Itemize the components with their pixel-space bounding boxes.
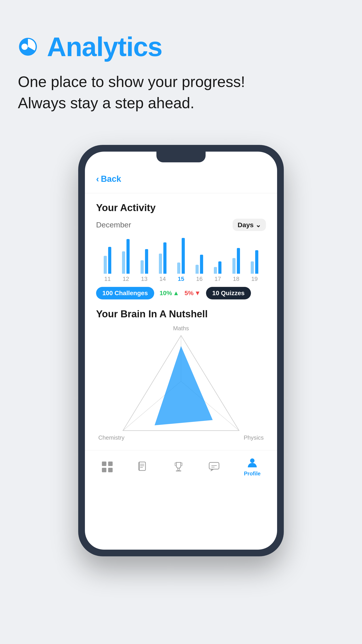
arrow-up-icon: ▲ [173, 290, 179, 297]
bar-light-12 [122, 251, 125, 274]
bar-label-15: 15 [178, 276, 184, 282]
bar-group-14: 14 [159, 238, 166, 282]
bar-light-16 [196, 265, 199, 274]
bar-label-17: 17 [215, 276, 221, 282]
bar-dark-13 [145, 249, 148, 274]
title-row: Analytics [18, 31, 344, 62]
brain-section: Your Brain In A Nutshell [96, 308, 266, 441]
page-subtitle: One place to show your progress! Always … [18, 71, 344, 114]
activity-header: December Days ⌄ [96, 219, 266, 231]
chevron-down-icon: ⌄ [255, 221, 261, 229]
arrow-down-icon: ▼ [194, 290, 201, 297]
profile-nav-label: Profile [244, 470, 261, 477]
bar-light-18 [232, 258, 236, 274]
nav-item-trophy[interactable] [173, 461, 184, 473]
activity-bar-chart: 11 12 [96, 238, 266, 282]
chart-labels: Maths Chemistry Physics [96, 325, 266, 441]
bar-label-16: 16 [196, 276, 203, 282]
svg-rect-11 [139, 462, 145, 470]
phone-mockup: ‹ Back Your Activity December Days ⌄ [0, 145, 362, 579]
brain-section-title: Your Brain In A Nutshell [96, 308, 266, 320]
svg-rect-8 [108, 462, 113, 466]
bar-group-16: 16 [196, 238, 203, 282]
phone-frame: ‹ Back Your Activity December Days ⌄ [78, 145, 284, 556]
bar-label-18: 18 [233, 276, 239, 282]
svg-rect-17 [176, 470, 181, 471]
svg-point-1 [21, 44, 28, 50]
bar-group-19: 19 [251, 238, 258, 282]
bar-group-17: 17 [214, 238, 221, 282]
svg-rect-7 [102, 462, 106, 466]
chat-icon [208, 461, 220, 473]
bar-dark-18 [237, 248, 240, 274]
stats-row: 100 Challenges 10% ▲ 5% ▼ 10 Quizzes [96, 287, 266, 300]
bar-group-12: 12 [122, 238, 130, 282]
svg-rect-15 [139, 462, 140, 470]
period-selector[interactable]: Days ⌄ [233, 219, 266, 231]
month-label: December [96, 220, 131, 229]
bar-dark-19 [255, 250, 258, 274]
activity-section-title: Your Activity [96, 202, 266, 213]
bar-light-17 [214, 267, 217, 274]
bar-light-19 [251, 262, 254, 274]
bar-label-12: 12 [123, 276, 129, 282]
svg-rect-9 [102, 468, 106, 472]
bar-light-14 [159, 254, 162, 274]
phone-notch [156, 152, 206, 162]
nav-item-chat[interactable] [208, 461, 220, 473]
book-icon [137, 461, 149, 473]
change-down-stat: 5% ▼ [185, 290, 201, 297]
bar-light-15 [177, 262, 180, 274]
challenges-badge: 100 Challenges [96, 287, 154, 300]
bar-dark-17 [218, 262, 221, 274]
bar-dark-11 [108, 247, 111, 274]
bar-group-15: 15 [177, 238, 185, 282]
bar-group-13: 13 [141, 238, 148, 282]
bar-dark-14 [163, 242, 166, 274]
bar-group-18: 18 [232, 238, 240, 282]
nav-item-profile[interactable]: Profile [244, 457, 261, 477]
label-maths: Maths [173, 325, 189, 332]
bar-dark-15 [182, 238, 185, 274]
label-chemistry: Chemistry [98, 434, 124, 441]
svg-point-21 [250, 458, 255, 463]
divider [85, 193, 277, 193]
grid-icon [101, 461, 113, 473]
header-section: Analytics One place to show your progres… [0, 0, 362, 127]
back-button[interactable]: ‹ Back [96, 170, 266, 184]
bar-group-11: 11 [104, 238, 111, 282]
bar-dark-16 [200, 255, 203, 274]
brain-radar-chart: Maths Chemistry Physics [96, 325, 266, 441]
quizzes-badge: 10 Quizzes [206, 287, 251, 300]
profile-icon [247, 457, 258, 469]
back-chevron-icon: ‹ [96, 174, 99, 184]
nav-item-book[interactable] [137, 461, 149, 473]
label-physics: Physics [244, 434, 264, 441]
bottom-nav: Profile [85, 450, 277, 486]
trophy-icon [173, 461, 184, 473]
change-up-stat: 10% ▲ [160, 290, 179, 297]
bar-light-11 [104, 256, 107, 274]
bar-label-13: 13 [141, 276, 147, 282]
nav-item-home[interactable] [101, 461, 113, 473]
phone-screen: ‹ Back Your Activity December Days ⌄ [85, 152, 277, 550]
svg-rect-10 [108, 468, 113, 472]
analytics-pie-icon [18, 37, 38, 57]
bar-light-13 [141, 260, 144, 274]
bar-dark-12 [126, 239, 130, 274]
bar-label-14: 14 [159, 276, 166, 282]
page-title: Analytics [47, 31, 162, 62]
bar-label-19: 19 [251, 276, 258, 282]
bar-label-11: 11 [104, 276, 111, 282]
